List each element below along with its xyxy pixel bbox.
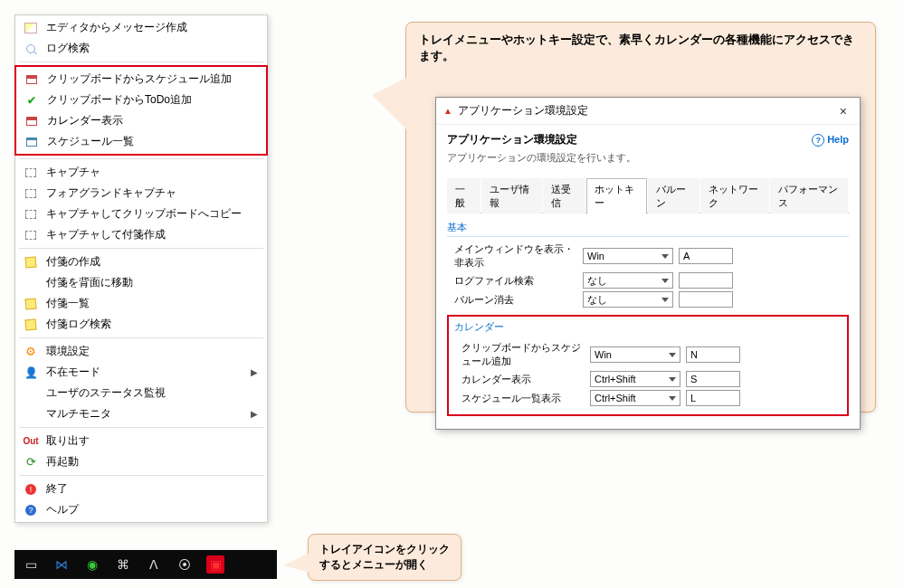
terminal-icon[interactable]: ▭ — [22, 555, 40, 574]
key-input[interactable]: N — [686, 346, 740, 363]
callout-bottom-text: トレイアイコンをクリックするとメニューが開く — [319, 543, 450, 571]
menu-label: マルチモニタ — [46, 406, 251, 422]
tray-context-menu: エディタからメッセージ作成 ログ検索 クリップボードからスケジュール追加 ✔クリ… — [14, 14, 268, 523]
menu-item-capture-to-sticky[interactable]: キャプチャして付箋作成 — [15, 224, 267, 245]
section-basic: メインウィンドウを表示・非表示 Win A ログファイル検索 なし バルーン消去… — [447, 242, 849, 308]
menu-item-sticky-log-search[interactable]: 付箋ログ検索 — [15, 314, 267, 335]
help-link[interactable]: Help — [812, 134, 849, 147]
modifier-select[interactable]: Win — [583, 248, 673, 264]
menu-separator — [19, 158, 263, 159]
people-icon[interactable]: ⌘ — [114, 555, 132, 574]
callout-tail — [283, 553, 310, 573]
menu-label: 付箋ログ検索 — [46, 317, 258, 332]
menu-item-restart[interactable]: ⟳再起動 — [15, 451, 267, 472]
android-studio-icon[interactable]: ◉ — [83, 555, 101, 574]
modifier-select[interactable]: なし — [583, 272, 673, 289]
menu-item-sticky-list[interactable]: 付箋一覧 — [15, 293, 267, 314]
menu-label: 付箋を背面に移動 — [46, 275, 258, 290]
tab-performance[interactable]: パフォーマンス — [770, 178, 848, 213]
user-icon: 👤 — [23, 365, 39, 380]
app-icon: ▲ — [443, 106, 452, 116]
chevron-right-icon: ▶ — [251, 367, 258, 377]
list-icon — [24, 135, 40, 149]
key-input[interactable]: A — [679, 248, 733, 264]
menu-item-capture-to-clipboard[interactable]: キャプチャしてクリップボードへコピー — [15, 204, 267, 224]
menu-item-foreground-capture[interactable]: フォアグランドキャプチャ — [15, 183, 267, 204]
capture-icon — [23, 228, 39, 242]
key-input[interactable] — [679, 291, 733, 308]
menu-label: キャプチャしてクリップボードへコピー — [46, 206, 258, 222]
key-input[interactable]: S — [686, 371, 740, 387]
dialog-title: アプリケーション環境設定 — [458, 103, 588, 119]
menu-item-log-search[interactable]: ログ検索 — [15, 38, 267, 59]
menu-item-clipboard-todo[interactable]: ✔クリップボードからToDo追加 — [16, 90, 266, 110]
tab-send-receive[interactable]: 送受信 — [543, 178, 585, 213]
key-input[interactable]: L — [686, 390, 740, 406]
check-icon: ✔ — [24, 93, 40, 108]
tab-balloon[interactable]: バルーン — [648, 178, 699, 213]
menu-item-multimonitor[interactable]: マルチモニタ▶ — [15, 403, 267, 424]
key-input[interactable] — [679, 272, 733, 289]
tab-network[interactable]: ネットワーク — [700, 178, 769, 213]
row-label: カレンダー表示 — [454, 373, 590, 386]
modifier-select[interactable]: Win — [590, 346, 680, 363]
close-button[interactable]: × — [834, 104, 852, 119]
capture-icon — [23, 207, 39, 222]
hotkey-row-clip-schedule: クリップボードからスケジュール追加 Win N — [454, 341, 842, 368]
menu-group-power: Out取り出す ⟳再起動 — [15, 431, 267, 472]
menu-item-schedule-list[interactable]: スケジュール一覧 — [16, 131, 266, 152]
modifier-select[interactable]: Ctrl+Shift — [590, 371, 680, 387]
menu-label: ユーザのステータス監視 — [46, 385, 258, 401]
menu-label: クリップボードからスケジュール追加 — [47, 71, 257, 87]
tab-hotkey[interactable]: ホットキー — [586, 178, 647, 213]
capture-icon — [23, 186, 39, 201]
tab-general[interactable]: 一般 — [447, 178, 481, 213]
menu-item-editor-compose[interactable]: エディタからメッセージ作成 — [15, 17, 267, 38]
eject-icon: Out — [23, 434, 39, 449]
dialog-body: アプリケーション環境設定 Help アプリケーションの環境設定を行います。 一般… — [436, 125, 860, 429]
help-icon: ? — [23, 503, 39, 517]
app-tray-icon[interactable]: ▣ — [206, 555, 224, 574]
chevron-up-icon[interactable]: ᐱ — [145, 555, 163, 574]
menu-group-sticky: 付箋の作成 付箋を背面に移動 付箋一覧 付箋ログ検索 — [15, 251, 267, 335]
modifier-select[interactable]: なし — [583, 291, 673, 308]
wifi-icon[interactable]: ⦿ — [176, 555, 194, 574]
tab-user-info[interactable]: ユーザ情報 — [481, 178, 542, 213]
modifier-select[interactable]: Ctrl+Shift — [590, 390, 680, 406]
note-icon — [23, 318, 39, 332]
menu-label: エディタからメッセージ作成 — [46, 20, 258, 35]
menu-item-help[interactable]: ?ヘルプ — [15, 499, 267, 520]
menu-separator — [19, 62, 263, 62]
menu-separator — [19, 427, 263, 428]
menu-group-capture: キャプチャ フォアグランドキャプチャ キャプチャしてクリップボードへコピー キャ… — [15, 162, 267, 245]
menu-item-clipboard-schedule[interactable]: クリップボードからスケジュール追加 — [16, 69, 266, 90]
chevron-right-icon: ▶ — [251, 409, 258, 419]
menu-group-exit: !終了 ?ヘルプ — [15, 479, 267, 520]
callout-tail — [372, 77, 408, 131]
menu-item-settings[interactable]: ⚙環境設定 — [15, 341, 267, 362]
menu-item-sticky-create[interactable]: 付箋の作成 — [15, 251, 267, 272]
row-label: バルーン消去 — [447, 293, 583, 307]
menu-item-capture[interactable]: キャプチャ — [15, 162, 267, 183]
row-label: メインウィンドウを表示・非表示 — [447, 242, 583, 270]
menu-label: 付箋一覧 — [46, 296, 258, 311]
menu-group-calendar: クリップボードからスケジュール追加 ✔クリップボードからToDo追加 カレンダー… — [14, 65, 268, 156]
menu-item-calendar-view[interactable]: カレンダー表示 — [16, 110, 266, 131]
blank-icon — [23, 407, 39, 422]
menu-item-eject[interactable]: Out取り出す — [15, 431, 267, 451]
menu-item-sticky-back[interactable]: 付箋を背面に移動 — [15, 272, 267, 293]
callout-top: トレイメニューやホットキー設定で、素早くカレンダーの各種機能にアクセスできます。… — [405, 22, 876, 413]
taskbar: ▭ ⋈ ◉ ⌘ ᐱ ⦿ ▣ — [14, 550, 277, 579]
menu-item-status-monitor[interactable]: ユーザのステータス監視 — [15, 383, 267, 403]
menu-item-exit[interactable]: !終了 — [15, 479, 267, 499]
menu-label: カレンダー表示 — [47, 113, 257, 128]
gear-icon: ⚙ — [23, 345, 39, 359]
row-label: クリップボードからスケジュール追加 — [454, 341, 590, 368]
dialog-titlebar: ▲ アプリケーション環境設定 × — [436, 98, 860, 125]
menu-label: 取り出す — [46, 433, 258, 449]
vscode-icon[interactable]: ⋈ — [52, 555, 71, 574]
section-calendar: カレンダー クリップボードからスケジュール追加 Win N カレンダー表示 Ct… — [447, 315, 849, 416]
menu-label: 付箋の作成 — [46, 254, 258, 270]
menu-item-away-mode[interactable]: 👤不在モード▶ — [15, 362, 267, 383]
blank-icon — [23, 276, 39, 290]
